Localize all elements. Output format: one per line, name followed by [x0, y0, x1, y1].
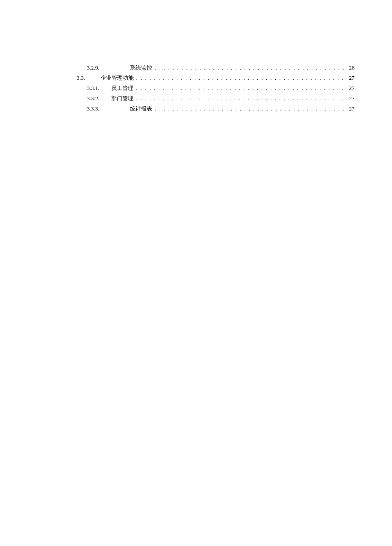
- toc-entry-title: 统计报表: [130, 104, 152, 113]
- toc-entry-page: 27: [346, 84, 355, 93]
- toc-entry: 3.3.2. 部门管理 27: [37, 94, 355, 103]
- toc-entry-page: 27: [346, 104, 355, 113]
- toc-leader-dots: [134, 73, 346, 83]
- toc-entry-number: 3.3.3.: [87, 104, 99, 113]
- toc-entry-page: 26: [346, 63, 355, 73]
- toc-entry-title: 部门管理: [111, 94, 133, 103]
- toc-entry-number: 3.3.1.: [87, 84, 99, 93]
- toc-entry: 3.2.9. 系统监控 26: [37, 63, 355, 73]
- toc-entry: 3.3.3. 统计报表 27: [37, 104, 355, 113]
- toc-leader-dots: [133, 94, 346, 103]
- toc-leader-dots: [152, 63, 346, 73]
- toc-leader-dots: [152, 104, 346, 113]
- toc-entry-number: 3.3.: [77, 73, 85, 83]
- toc-entry-number: 3.3.2.: [87, 94, 99, 103]
- toc-entry-page: 27: [346, 94, 355, 103]
- toc-entry-number: 3.2.9.: [87, 63, 99, 73]
- toc-entry-title: 系统监控: [130, 63, 152, 73]
- toc-entry: 3.3.1. 员工管理 27: [37, 84, 355, 93]
- toc-entry: 3.3. 企业管理功能 27: [37, 73, 355, 83]
- toc-entry-title: 员工管理: [111, 84, 133, 93]
- table-of-contents: 3.2.9. 系统监控 26 3.3. 企业管理功能 27 3.3.1. 员工管…: [0, 63, 392, 113]
- toc-leader-dots: [133, 84, 346, 93]
- toc-entry-title: 企业管理功能: [101, 73, 134, 83]
- toc-entry-page: 27: [346, 73, 355, 83]
